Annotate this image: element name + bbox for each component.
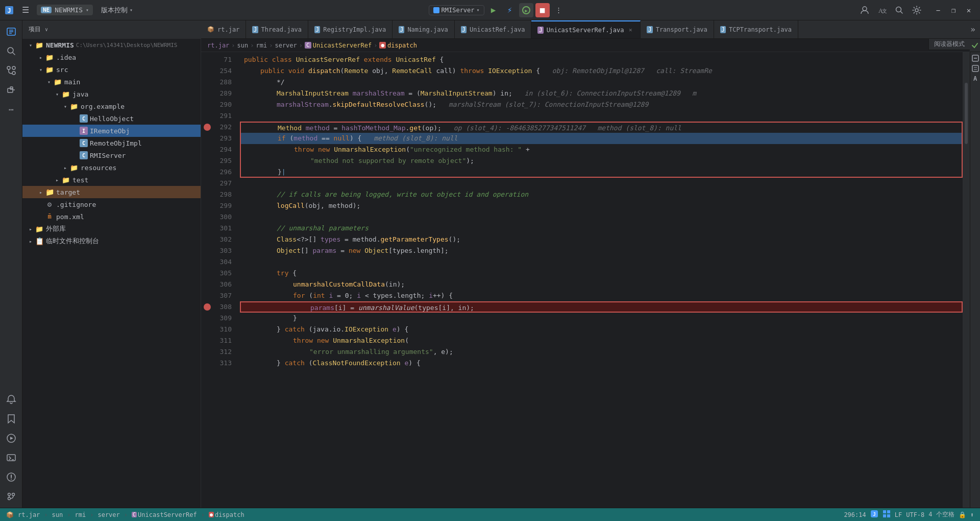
tree-item-pomxml[interactable]: m̄ pom.xml [22,210,201,223]
tree-item-java[interactable]: 📁 java [22,88,201,100]
version-control-btn[interactable]: 版本控制 ▾ [97,4,137,16]
code-line-289: MarshalInputStream marshalStream = (Mars… [240,88,963,99]
tree-item-resources[interactable]: 📁 resources [22,161,201,174]
tree-item-external-libs[interactable]: 📁 外部库 [22,223,201,235]
tree-item-target[interactable]: 📁 target [22,186,201,198]
icon-bar-more[interactable]: ⋯ [2,100,20,119]
tab-close-unicastserverref[interactable]: ✕ [627,27,634,34]
folder-icon-java: 📁 [61,89,70,99]
status-indent[interactable]: 4 个空格 [928,510,954,519]
editor-scrollbar[interactable] [963,52,970,508]
code-line-312: "error unmarshalling arguments", e); [240,346,963,358]
icon-bar-vcs[interactable] [2,61,20,80]
status-upload-icon[interactable]: ⬆ [970,511,974,518]
more-run-options[interactable]: ⋮ [552,3,566,17]
icon-bar-notifications[interactable] [2,390,20,409]
tree-item-rmiserver[interactable]: C RMIServer [22,149,201,161]
reader-checkmark [970,39,980,52]
tab-transport[interactable]: J Transport.java [641,20,714,38]
tab-thread[interactable]: J Thread.java [246,20,308,38]
tree-item-org-example[interactable]: 📁 org.example [22,100,201,112]
icon-bar-terminal[interactable] [2,448,20,467]
tree-item-helloobject[interactable]: C HelloObject [22,112,201,125]
project-panel-arrow: ∨ [45,27,48,32]
gutter-301 [201,223,213,234]
icon-bar-plugins[interactable] [2,81,20,99]
tabs-more-button[interactable]: » [966,20,980,38]
icon-bar-search[interactable] [2,42,20,60]
status-dispatch-container: ● dispatch [209,511,244,518]
tab-tcptransport[interactable]: J TCPTransport.java [714,20,798,38]
tree-item-test[interactable]: 📁 test [22,174,201,186]
icon-bar-problems[interactable] [2,468,20,486]
tab-registryimpl[interactable]: J RegistryImpl.java [308,20,393,38]
code-line-304 [240,256,963,268]
status-encoding[interactable]: UTF-8 [906,511,924,518]
tree-item-gitignore[interactable]: ⚙ .gitignore [22,198,201,210]
gutter-308-bp[interactable] [201,301,213,313]
status-dispatch-icon: ● [209,512,214,517]
status-lf[interactable]: LF [895,511,902,518]
tree-item-iremoteobj[interactable]: I IRemoteObj [22,125,201,137]
folder-icon-org-example: 📁 [69,102,79,111]
svg-point-9 [915,9,918,12]
tree-item-src[interactable]: 📁 src [22,63,201,76]
right-panel-icon-1[interactable] [971,54,979,62]
titlebar-right: A文 − ❐ ✕ [857,3,976,17]
folder-icon-target: 📁 [45,187,54,197]
hamburger-menu[interactable]: ☰ [18,3,33,17]
icon-bar-bookmark[interactable] [2,410,20,428]
tab-unicastserverref[interactable]: J UnicastServerRef.java ✕ [531,20,641,38]
xml-icon-pom: m̄ [45,212,54,221]
icon-bar-git[interactable] [2,487,20,506]
coverage-button[interactable]: ▶ [519,3,533,17]
run-config-selector[interactable]: RMIServer ▾ [429,5,484,15]
gutter-306 [201,279,213,290]
restore-button[interactable]: ❐ [946,3,961,17]
tab-naming[interactable]: J Naming.java [393,20,455,38]
stop-button[interactable]: ■ [535,3,550,17]
right-panel-icon-2[interactable] [971,64,979,73]
code-line-310: } catch (java.io.IOException e) { [240,324,963,335]
code-editor[interactable]: 71 254 288 289 290 291 292 293 294 295 2… [201,52,963,508]
java-icon-helloobject: C [80,114,88,123]
code-line-305: try { [240,268,963,279]
tree-item-root[interactable]: 📁 NEWRMIS C:\Users\14341\Desktop\NEWRMIS [22,39,201,51]
right-panel-icon-a[interactable]: A [971,75,979,83]
code-line-298: // if calls are being logged, write out … [240,189,963,200]
code-line-295: "method not supported by remote object")… [240,155,963,167]
ln-298: 298 [217,189,236,200]
gutter-298 [201,189,213,200]
icon-bar-run-widget[interactable] [2,429,20,447]
tree-item-remoteobjimpl[interactable]: C RemoteObjImpl [22,137,201,149]
tab-unicastref[interactable]: J UnicastRef.java [455,20,532,38]
icon-bar-project[interactable] [2,22,20,41]
tree-item-idea[interactable]: 📁 .idea [22,51,201,63]
project-selector[interactable]: NE NEWRMIS ▾ [37,5,93,15]
ln-254: 254 [217,65,236,77]
debug-button[interactable]: ⚡ [503,3,517,17]
gutter-292-bp[interactable] [201,122,213,133]
profile-button[interactable] [857,3,872,17]
folder-icon-root: 📁 [35,40,44,50]
run-button[interactable]: ▶ [486,3,501,17]
close-button[interactable]: ✕ [962,3,976,17]
tree-item-scratch[interactable]: 📋 临时文件和控制台 [22,235,201,247]
run-config-icon [433,7,439,13]
reader-mode-button[interactable]: 阅读器模式 [928,39,970,50]
minimize-button[interactable]: − [931,3,945,17]
titlebar-center: RMIServer ▾ ▶ ⚡ ▶ ■ ⋮ [137,3,857,17]
settings-button[interactable] [910,3,924,17]
tree-label-newrmis: NEWRMIS [46,41,74,49]
search-button[interactable] [892,3,906,17]
ln-311: 311 [217,335,236,346]
svg-rect-37 [972,65,978,72]
tab-rtjar[interactable]: 📦 rt.jar [201,20,246,38]
tree-item-main[interactable]: 📁 main [22,76,201,88]
ln-290: 290 [217,99,236,110]
tree-label-scratch: 临时文件和控制台 [46,236,99,246]
translate-button[interactable]: A文 [875,3,889,17]
svg-point-31 [8,493,10,496]
folder-icon-src: 📁 [45,65,54,74]
project-panel-header: 项目 ∨ [22,20,201,39]
